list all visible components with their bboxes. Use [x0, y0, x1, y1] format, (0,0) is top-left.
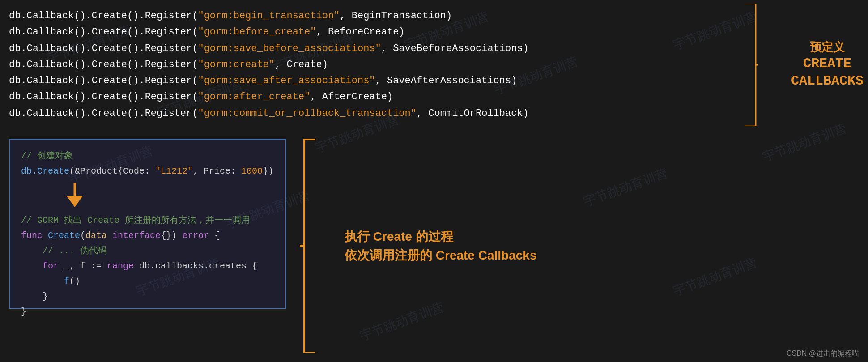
bottom-bracket-svg	[300, 139, 318, 353]
comment-gorm: // GORM 找出 Create 所注册的所有方法，并一一调用	[21, 213, 274, 228]
arrow-down	[66, 183, 274, 209]
close-brace-1: }	[21, 289, 274, 304]
annotation-line3: CALLBACKS	[791, 72, 864, 90]
code-line-7: db.Callback().Create().Register("gorm:co…	[9, 106, 855, 122]
call-line: f()	[21, 274, 274, 289]
create-call: db.Create(&Product{Code: "L1212", Price:…	[21, 164, 274, 179]
code-line-3: db.Callback().Create().Register("gorm:sa…	[9, 41, 855, 57]
code-line-6: db.Callback().Create().Register("gorm:af…	[9, 89, 855, 105]
main-container: db.Callback().Create().Register("gorm:be…	[0, 0, 868, 362]
code-line-2: db.Callback().Create().Register("gorm:be…	[9, 24, 855, 40]
csdn-footer: CSDN @进击的编程喵	[787, 349, 859, 358]
top-bracket-svg	[742, 4, 758, 126]
code-line-4: db.Callback().Create().Register("gorm:cr…	[9, 57, 855, 73]
csdn-footer-text: CSDN @进击的编程喵	[787, 349, 859, 357]
top-code-block: db.Callback().Create().Register("gorm:be…	[9, 8, 855, 122]
svg-marker-1	[67, 196, 83, 207]
bottom-code-block: // 创建对象 db.Create(&Product{Code: "L1212"…	[9, 139, 286, 309]
bottom-section: // 创建对象 db.Create(&Product{Code: "L1212"…	[0, 130, 868, 362]
annotation-line2: CREATE	[791, 55, 864, 72]
close-brace-2: }	[21, 304, 274, 319]
bottom-annotation-line1: 执行 Create 的过程	[345, 227, 536, 246]
code-line-1: db.Callback().Create().Register("gorm:be…	[9, 8, 855, 24]
bottom-annotation-line2: 依次调用注册的 Create Callbacks	[345, 246, 536, 265]
top-section: db.Callback().Create().Register("gorm:be…	[0, 0, 868, 130]
code-line-5: db.Callback().Create().Register("gorm:sa…	[9, 73, 855, 89]
comment-pseudo: // ... 伪代码	[21, 243, 274, 259]
top-annotation: 预定义 CREATE CALLBACKS	[791, 40, 864, 90]
bottom-right-area: 执行 Create 的过程 依次调用注册的 Create Callbacks	[286, 130, 868, 362]
comment-create: // 创建对象	[21, 149, 274, 164]
annotation-line1: 预定义	[791, 40, 864, 55]
func-line: func Create(data interface{}) error {	[21, 228, 274, 243]
bottom-annotation: 执行 Create 的过程 依次调用注册的 Create Callbacks	[345, 227, 536, 265]
for-line: for _, f := range db.callbacks.creates {	[21, 259, 274, 274]
arrow-svg	[66, 183, 84, 207]
